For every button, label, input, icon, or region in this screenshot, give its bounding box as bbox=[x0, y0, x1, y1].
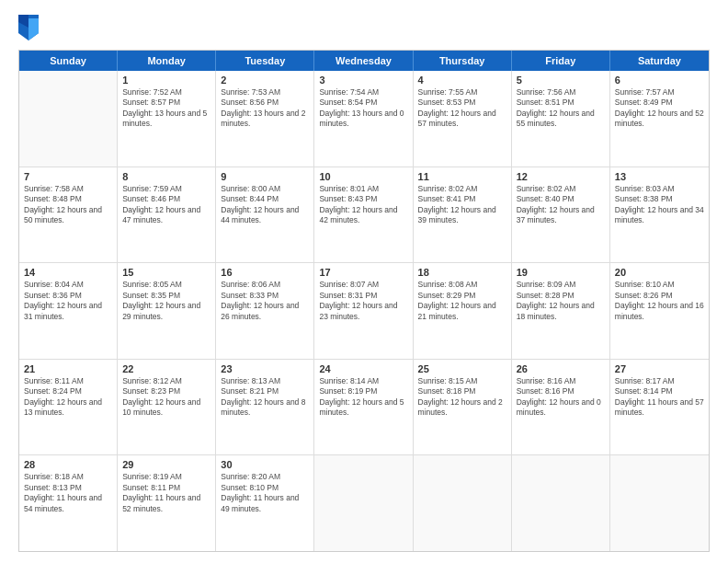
calendar-cell: 13Sunrise: 8:03 AM Sunset: 8:38 PM Dayli… bbox=[610, 167, 709, 263]
cell-info: Sunrise: 8:19 AM Sunset: 8:11 PM Dayligh… bbox=[122, 472, 210, 514]
cell-info: Sunrise: 8:05 AM Sunset: 8:35 PM Dayligh… bbox=[122, 280, 210, 322]
calendar-header: SundayMondayTuesdayWednesdayThursdayFrid… bbox=[19, 51, 709, 71]
calendar-cell bbox=[314, 455, 413, 551]
day-number: 18 bbox=[418, 267, 506, 278]
cell-info: Sunrise: 8:08 AM Sunset: 8:29 PM Dayligh… bbox=[418, 280, 506, 322]
cell-info: Sunrise: 8:11 AM Sunset: 8:24 PM Dayligh… bbox=[24, 376, 112, 419]
calendar-cell: 26Sunrise: 8:16 AM Sunset: 8:16 PM Dayli… bbox=[512, 360, 610, 455]
cell-info: Sunrise: 8:09 AM Sunset: 8:28 PM Dayligh… bbox=[517, 280, 605, 322]
calendar-cell: 7Sunrise: 7:58 AM Sunset: 8:48 PM Daylig… bbox=[19, 167, 118, 263]
calendar-cell: 30Sunrise: 8:20 AM Sunset: 8:10 PM Dayli… bbox=[216, 455, 314, 551]
svg-marker-1 bbox=[28, 18, 39, 40]
cell-info: Sunrise: 7:53 AM Sunset: 8:56 PM Dayligh… bbox=[221, 87, 309, 130]
day-number: 28 bbox=[24, 459, 112, 470]
header-day-saturday: Saturday bbox=[610, 51, 709, 71]
logo bbox=[18, 15, 42, 40]
cell-info: Sunrise: 8:13 AM Sunset: 8:21 PM Dayligh… bbox=[221, 376, 309, 419]
day-number: 14 bbox=[24, 267, 112, 278]
calendar-cell: 23Sunrise: 8:13 AM Sunset: 8:21 PM Dayli… bbox=[216, 360, 314, 455]
cell-info: Sunrise: 8:17 AM Sunset: 8:14 PM Dayligh… bbox=[615, 376, 704, 419]
calendar-row-3: 21Sunrise: 8:11 AM Sunset: 8:24 PM Dayli… bbox=[19, 360, 709, 456]
cell-info: Sunrise: 8:02 AM Sunset: 8:40 PM Dayligh… bbox=[517, 184, 605, 226]
calendar-row-2: 14Sunrise: 8:04 AM Sunset: 8:36 PM Dayli… bbox=[19, 263, 709, 360]
day-number: 22 bbox=[122, 363, 210, 374]
calendar-cell bbox=[19, 71, 118, 167]
day-number: 25 bbox=[418, 363, 506, 374]
cell-info: Sunrise: 7:57 AM Sunset: 8:49 PM Dayligh… bbox=[615, 87, 704, 130]
day-number: 17 bbox=[319, 267, 407, 278]
day-number: 24 bbox=[319, 363, 407, 374]
cell-info: Sunrise: 8:06 AM Sunset: 8:33 PM Dayligh… bbox=[221, 280, 309, 322]
calendar-row-1: 7Sunrise: 7:58 AM Sunset: 8:48 PM Daylig… bbox=[19, 167, 709, 264]
cell-info: Sunrise: 8:20 AM Sunset: 8:10 PM Dayligh… bbox=[221, 472, 309, 514]
calendar-cell: 2Sunrise: 7:53 AM Sunset: 8:56 PM Daylig… bbox=[216, 71, 314, 167]
day-number: 21 bbox=[24, 363, 112, 374]
day-number: 3 bbox=[319, 75, 407, 86]
calendar-cell: 12Sunrise: 8:02 AM Sunset: 8:40 PM Dayli… bbox=[512, 167, 610, 263]
calendar-cell: 28Sunrise: 8:18 AM Sunset: 8:13 PM Dayli… bbox=[19, 455, 118, 551]
day-number: 23 bbox=[221, 363, 309, 374]
day-number: 19 bbox=[517, 267, 605, 278]
cell-info: Sunrise: 8:15 AM Sunset: 8:18 PM Dayligh… bbox=[418, 376, 506, 419]
cell-info: Sunrise: 8:18 AM Sunset: 8:13 PM Dayligh… bbox=[24, 472, 112, 514]
calendar-cell: 16Sunrise: 8:06 AM Sunset: 8:33 PM Dayli… bbox=[216, 263, 314, 359]
cell-info: Sunrise: 8:14 AM Sunset: 8:19 PM Dayligh… bbox=[319, 376, 407, 419]
cell-info: Sunrise: 8:16 AM Sunset: 8:16 PM Dayligh… bbox=[517, 376, 605, 419]
calendar-cell: 21Sunrise: 8:11 AM Sunset: 8:24 PM Dayli… bbox=[19, 360, 118, 455]
header-day-sunday: Sunday bbox=[19, 51, 118, 71]
header-day-monday: Monday bbox=[118, 51, 216, 71]
day-number: 1 bbox=[122, 75, 210, 86]
header-day-wednesday: Wednesday bbox=[314, 51, 413, 71]
header-day-friday: Friday bbox=[512, 51, 610, 71]
calendar-cell: 27Sunrise: 8:17 AM Sunset: 8:14 PM Dayli… bbox=[610, 360, 709, 455]
cell-info: Sunrise: 7:58 AM Sunset: 8:48 PM Dayligh… bbox=[24, 184, 112, 226]
calendar-cell: 14Sunrise: 8:04 AM Sunset: 8:36 PM Dayli… bbox=[19, 263, 118, 359]
day-number: 7 bbox=[24, 171, 112, 182]
calendar-body: 1Sunrise: 7:52 AM Sunset: 8:57 PM Daylig… bbox=[19, 71, 709, 551]
calendar-cell: 10Sunrise: 8:01 AM Sunset: 8:43 PM Dayli… bbox=[314, 167, 413, 263]
header bbox=[18, 15, 710, 40]
day-number: 12 bbox=[517, 171, 605, 182]
cell-info: Sunrise: 7:52 AM Sunset: 8:57 PM Dayligh… bbox=[122, 87, 210, 130]
calendar-cell: 22Sunrise: 8:12 AM Sunset: 8:23 PM Dayli… bbox=[118, 360, 216, 455]
cell-info: Sunrise: 8:02 AM Sunset: 8:41 PM Dayligh… bbox=[418, 184, 506, 226]
page: SundayMondayTuesdayWednesdayThursdayFrid… bbox=[0, 0, 728, 563]
day-number: 27 bbox=[615, 363, 704, 374]
calendar-cell: 15Sunrise: 8:05 AM Sunset: 8:35 PM Dayli… bbox=[118, 263, 216, 359]
cell-info: Sunrise: 8:07 AM Sunset: 8:31 PM Dayligh… bbox=[319, 280, 407, 322]
calendar-row-4: 28Sunrise: 8:18 AM Sunset: 8:13 PM Dayli… bbox=[19, 455, 709, 551]
day-number: 4 bbox=[418, 75, 506, 86]
calendar-cell bbox=[610, 455, 709, 551]
cell-info: Sunrise: 8:10 AM Sunset: 8:26 PM Dayligh… bbox=[615, 280, 704, 322]
cell-info: Sunrise: 7:56 AM Sunset: 8:51 PM Dayligh… bbox=[517, 87, 605, 130]
day-number: 29 bbox=[122, 459, 210, 470]
calendar-cell: 5Sunrise: 7:56 AM Sunset: 8:51 PM Daylig… bbox=[512, 71, 610, 167]
calendar-cell: 6Sunrise: 7:57 AM Sunset: 8:49 PM Daylig… bbox=[610, 71, 709, 167]
calendar-cell bbox=[414, 455, 512, 551]
calendar-cell: 18Sunrise: 8:08 AM Sunset: 8:29 PM Dayli… bbox=[414, 263, 512, 359]
calendar-cell: 11Sunrise: 8:02 AM Sunset: 8:41 PM Dayli… bbox=[414, 167, 512, 263]
day-number: 9 bbox=[221, 171, 309, 182]
cell-info: Sunrise: 7:55 AM Sunset: 8:53 PM Dayligh… bbox=[418, 87, 506, 130]
day-number: 11 bbox=[418, 171, 506, 182]
day-number: 26 bbox=[517, 363, 605, 374]
day-number: 30 bbox=[221, 459, 309, 470]
calendar-cell: 1Sunrise: 7:52 AM Sunset: 8:57 PM Daylig… bbox=[118, 71, 216, 167]
cell-info: Sunrise: 8:01 AM Sunset: 8:43 PM Dayligh… bbox=[319, 184, 407, 226]
cell-info: Sunrise: 8:04 AM Sunset: 8:36 PM Dayligh… bbox=[24, 280, 112, 322]
day-number: 16 bbox=[221, 267, 309, 278]
calendar-cell: 4Sunrise: 7:55 AM Sunset: 8:53 PM Daylig… bbox=[414, 71, 512, 167]
day-number: 2 bbox=[221, 75, 309, 86]
calendar-cell: 3Sunrise: 7:54 AM Sunset: 8:54 PM Daylig… bbox=[314, 71, 413, 167]
calendar-cell: 17Sunrise: 8:07 AM Sunset: 8:31 PM Dayli… bbox=[314, 263, 413, 359]
calendar-row-0: 1Sunrise: 7:52 AM Sunset: 8:57 PM Daylig… bbox=[19, 71, 709, 167]
cell-info: Sunrise: 8:12 AM Sunset: 8:23 PM Dayligh… bbox=[122, 376, 210, 419]
cell-info: Sunrise: 8:03 AM Sunset: 8:38 PM Dayligh… bbox=[615, 184, 704, 226]
header-day-tuesday: Tuesday bbox=[216, 51, 314, 71]
day-number: 8 bbox=[122, 171, 210, 182]
calendar-cell: 8Sunrise: 7:59 AM Sunset: 8:46 PM Daylig… bbox=[118, 167, 216, 263]
cell-info: Sunrise: 8:00 AM Sunset: 8:44 PM Dayligh… bbox=[221, 184, 309, 226]
calendar-cell: 25Sunrise: 8:15 AM Sunset: 8:18 PM Dayli… bbox=[414, 360, 512, 455]
calendar: SundayMondayTuesdayWednesdayThursdayFrid… bbox=[18, 50, 710, 552]
calendar-cell bbox=[512, 455, 610, 551]
